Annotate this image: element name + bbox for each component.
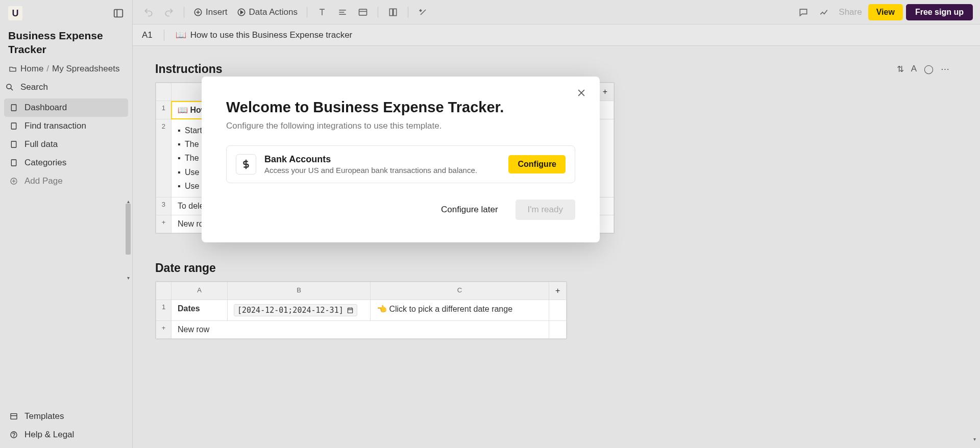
welcome-modal: Welcome to Business Expense Tracker. Con… <box>202 77 600 242</box>
close-button[interactable] <box>576 88 586 98</box>
modal-subtitle: Configure the following integrations to … <box>226 121 575 131</box>
integration-text: Bank Accounts Access your US and Europea… <box>264 154 500 175</box>
integration-desc: Access your US and European bank transac… <box>264 166 500 175</box>
integration-title: Bank Accounts <box>264 154 500 165</box>
configure-later-button[interactable]: Configure later <box>434 201 505 219</box>
configure-button[interactable]: Configure <box>508 155 566 173</box>
ready-button: I'm ready <box>516 200 575 220</box>
integration-card: Bank Accounts Access your US and Europea… <box>226 145 575 183</box>
dollar-icon <box>236 154 256 175</box>
modal-title: Welcome to Business Expense Tracker. <box>226 99 575 116</box>
modal-backdrop[interactable]: Welcome to Business Expense Tracker. Con… <box>0 0 980 448</box>
modal-actions: Configure later I'm ready <box>226 200 575 220</box>
